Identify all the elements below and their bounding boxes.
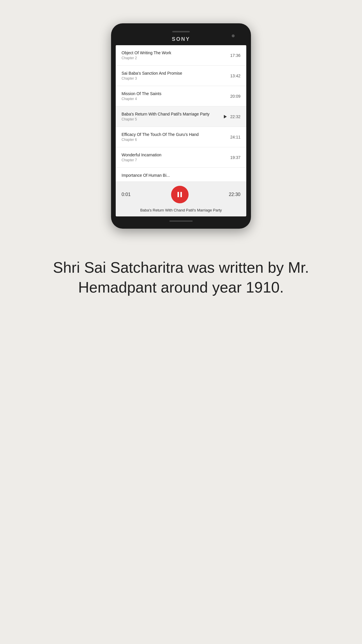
chapter-title: Efficacy Of The Touch Of The Guru's Hand bbox=[122, 132, 230, 137]
chapter-subtitle: Chapter 2 bbox=[122, 56, 230, 60]
chapter-item[interactable]: Sai Baba's Sanction And Promise Chapter … bbox=[116, 66, 246, 86]
chapter-info: Sai Baba's Sanction And Promise Chapter … bbox=[122, 71, 230, 80]
pause-bar-right bbox=[180, 192, 182, 197]
footer-text: Shri Sai Satcharitra was written by Mr. … bbox=[0, 258, 362, 297]
chapter-duration: 22:32 bbox=[230, 114, 240, 119]
chapter-info: Baba's Return With Chand Patil's Marriag… bbox=[122, 112, 224, 121]
player-bar: 0:01 22:30 bbox=[116, 182, 246, 208]
chapter-item-active[interactable]: Baba's Return With Chand Patil's Marriag… bbox=[116, 106, 246, 127]
chapter-title: Wonderful Incarnation bbox=[122, 153, 230, 157]
phone-bottom bbox=[116, 216, 246, 224]
chapter-item[interactable]: Mission Of The Saints Chapter 4 20:09 bbox=[116, 86, 246, 106]
chapter-title: Baba's Return With Chand Patil's Marriag… bbox=[122, 112, 224, 116]
pause-button[interactable] bbox=[171, 186, 189, 203]
phone-home-bar bbox=[169, 220, 193, 222]
chapter-item-partial[interactable]: Importance Of Human Bi... bbox=[116, 168, 246, 182]
chapter-title: Mission Of The Saints bbox=[122, 91, 230, 96]
chapter-subtitle: Chapter 4 bbox=[122, 97, 230, 101]
pause-icon bbox=[178, 192, 182, 197]
chapter-subtitle: Chapter 6 bbox=[122, 138, 230, 142]
chapter-duration: 20:09 bbox=[230, 94, 240, 99]
phone-speaker bbox=[172, 31, 190, 32]
chapter-list: Object Of Writing The Work Chapter 2 17:… bbox=[116, 45, 246, 182]
chapter-right: 19:37 bbox=[230, 155, 240, 160]
phone-screen: Object Of Writing The Work Chapter 2 17:… bbox=[116, 45, 246, 216]
chapter-title: Sai Baba's Sanction And Promise bbox=[122, 71, 230, 76]
chapter-right: 17:36 bbox=[230, 53, 240, 58]
play-icon bbox=[224, 115, 227, 118]
player-current-time: 0:01 bbox=[122, 192, 131, 197]
chapter-duration: 13:42 bbox=[230, 74, 240, 78]
chapter-right: 20:09 bbox=[230, 94, 240, 99]
chapter-duration: 17:36 bbox=[230, 53, 240, 58]
chapter-info: Importance Of Human Bi... bbox=[122, 173, 240, 178]
chapter-item[interactable]: Efficacy Of The Touch Of The Guru's Hand… bbox=[116, 127, 246, 147]
chapter-info: Efficacy Of The Touch Of The Guru's Hand… bbox=[122, 132, 230, 142]
chapter-subtitle: Chapter 3 bbox=[122, 76, 230, 80]
phone-device: SONY Object Of Writing The Work Chapter … bbox=[111, 23, 251, 229]
chapter-info: Object Of Writing The Work Chapter 2 bbox=[122, 50, 230, 60]
chapter-subtitle: Chapter 7 bbox=[122, 158, 230, 162]
chapter-right: 24:11 bbox=[230, 135, 240, 139]
chapter-info: Mission Of The Saints Chapter 4 bbox=[122, 91, 230, 101]
chapter-right: 13:42 bbox=[230, 74, 240, 78]
chapter-item[interactable]: Wonderful Incarnation Chapter 7 19:37 bbox=[116, 147, 246, 168]
chapter-subtitle: Chapter 5 bbox=[122, 117, 224, 121]
chapter-title: Object Of Writing The Work bbox=[122, 50, 230, 55]
pause-bar-left bbox=[178, 192, 179, 197]
player-total-time: 22:30 bbox=[229, 192, 240, 197]
chapter-item[interactable]: Object Of Writing The Work Chapter 2 17:… bbox=[116, 45, 246, 66]
chapter-info: Wonderful Incarnation Chapter 7 bbox=[122, 153, 230, 162]
chapter-duration: 19:37 bbox=[230, 155, 240, 160]
chapter-right: 22:32 bbox=[224, 114, 240, 119]
phone-brand: SONY bbox=[172, 36, 190, 42]
chapter-title: Importance Of Human Bi... bbox=[122, 173, 240, 178]
now-playing-title: Baba's Return With Chand Patil's Marriag… bbox=[116, 208, 246, 216]
phone-camera bbox=[232, 34, 235, 37]
chapter-duration: 24:11 bbox=[230, 135, 240, 139]
phone-top-bar: SONY bbox=[116, 28, 246, 45]
